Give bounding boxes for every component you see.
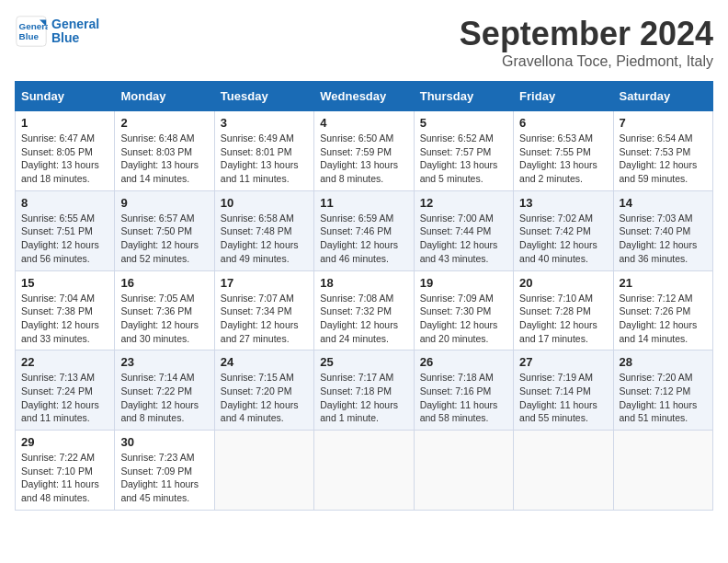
day-number: 12 xyxy=(420,196,507,210)
calendar-day-cell: 22 Sunrise: 7:13 AM Sunset: 7:24 PM Dayl… xyxy=(16,350,115,431)
weekday-header-saturday: Saturday xyxy=(613,82,712,111)
calendar-day-cell: 29 Sunrise: 7:22 AM Sunset: 7:10 PM Dayl… xyxy=(16,431,115,511)
day-info: Sunrise: 7:20 AM Sunset: 7:12 PM Dayligh… xyxy=(620,371,707,425)
day-number: 20 xyxy=(519,276,607,290)
page-header: General Blue General Blue September 2024… xyxy=(15,15,713,70)
day-info: Sunrise: 6:57 AM Sunset: 7:50 PM Dayligh… xyxy=(120,212,208,266)
day-info: Sunrise: 6:54 AM Sunset: 7:53 PM Dayligh… xyxy=(620,132,707,186)
empty-cell xyxy=(613,431,712,511)
title-area: September 2024 Gravellona Toce, Piedmont… xyxy=(460,15,713,70)
calendar-day-cell: 8 Sunrise: 6:55 AM Sunset: 7:51 PM Dayli… xyxy=(16,190,115,270)
weekday-header-sunday: Sunday xyxy=(16,82,115,111)
calendar-day-cell: 27 Sunrise: 7:19 AM Sunset: 7:14 PM Dayl… xyxy=(514,350,613,431)
location-title: Gravellona Toce, Piedmont, Italy xyxy=(460,53,713,70)
day-info: Sunrise: 7:14 AM Sunset: 7:22 PM Dayligh… xyxy=(120,371,208,425)
calendar-day-cell: 17 Sunrise: 7:07 AM Sunset: 7:34 PM Dayl… xyxy=(214,270,313,350)
logo: General Blue General Blue xyxy=(15,15,99,48)
calendar-week-row: 29 Sunrise: 7:22 AM Sunset: 7:10 PM Dayl… xyxy=(16,431,713,511)
day-info: Sunrise: 7:13 AM Sunset: 7:24 PM Dayligh… xyxy=(21,371,108,425)
day-info: Sunrise: 6:47 AM Sunset: 8:05 PM Dayligh… xyxy=(21,132,108,186)
day-info: Sunrise: 7:10 AM Sunset: 7:28 PM Dayligh… xyxy=(519,292,607,346)
day-number: 6 xyxy=(519,116,607,130)
day-number: 14 xyxy=(620,196,707,210)
day-info: Sunrise: 6:49 AM Sunset: 8:01 PM Dayligh… xyxy=(221,132,308,186)
day-number: 1 xyxy=(21,116,108,130)
calendar-day-cell: 15 Sunrise: 7:04 AM Sunset: 7:38 PM Dayl… xyxy=(16,270,115,350)
calendar-day-cell: 24 Sunrise: 7:15 AM Sunset: 7:20 PM Dayl… xyxy=(214,350,313,431)
calendar-day-cell: 5 Sunrise: 6:52 AM Sunset: 7:57 PM Dayli… xyxy=(414,111,513,191)
calendar-day-cell: 25 Sunrise: 7:17 AM Sunset: 7:18 PM Dayl… xyxy=(314,350,414,431)
calendar-day-cell: 23 Sunrise: 7:14 AM Sunset: 7:22 PM Dayl… xyxy=(115,350,214,431)
day-info: Sunrise: 7:07 AM Sunset: 7:34 PM Dayligh… xyxy=(221,292,308,346)
empty-cell xyxy=(414,431,513,511)
weekday-header-wednesday: Wednesday xyxy=(314,82,414,111)
calendar-day-cell: 2 Sunrise: 6:48 AM Sunset: 8:03 PM Dayli… xyxy=(115,111,214,191)
calendar-day-cell: 14 Sunrise: 7:03 AM Sunset: 7:40 PM Dayl… xyxy=(613,190,712,270)
calendar-day-cell: 11 Sunrise: 6:59 AM Sunset: 7:46 PM Dayl… xyxy=(314,190,414,270)
empty-cell xyxy=(514,431,613,511)
day-number: 4 xyxy=(320,116,407,130)
day-number: 16 xyxy=(120,276,208,290)
day-info: Sunrise: 6:53 AM Sunset: 7:55 PM Dayligh… xyxy=(519,132,607,186)
day-info: Sunrise: 6:48 AM Sunset: 8:03 PM Dayligh… xyxy=(120,132,208,186)
empty-cell xyxy=(314,431,414,511)
day-info: Sunrise: 7:05 AM Sunset: 7:36 PM Dayligh… xyxy=(120,292,208,346)
day-number: 15 xyxy=(21,276,108,290)
calendar-week-row: 1 Sunrise: 6:47 AM Sunset: 8:05 PM Dayli… xyxy=(16,111,713,191)
day-number: 19 xyxy=(420,276,507,290)
day-number: 5 xyxy=(420,116,507,130)
weekday-header-tuesday: Tuesday xyxy=(214,82,313,111)
day-info: Sunrise: 7:12 AM Sunset: 7:26 PM Dayligh… xyxy=(620,292,707,346)
calendar-day-cell: 18 Sunrise: 7:08 AM Sunset: 7:32 PM Dayl… xyxy=(314,270,414,350)
calendar-day-cell: 26 Sunrise: 7:18 AM Sunset: 7:16 PM Dayl… xyxy=(414,350,513,431)
day-info: Sunrise: 6:52 AM Sunset: 7:57 PM Dayligh… xyxy=(420,132,507,186)
weekday-header-friday: Friday xyxy=(514,82,613,111)
calendar-day-cell: 7 Sunrise: 6:54 AM Sunset: 7:53 PM Dayli… xyxy=(613,111,712,191)
weekday-header-monday: Monday xyxy=(115,82,214,111)
day-info: Sunrise: 7:18 AM Sunset: 7:16 PM Dayligh… xyxy=(420,371,507,425)
day-info: Sunrise: 7:08 AM Sunset: 7:32 PM Dayligh… xyxy=(320,292,407,346)
day-info: Sunrise: 7:03 AM Sunset: 7:40 PM Dayligh… xyxy=(620,212,707,266)
day-number: 18 xyxy=(320,276,407,290)
calendar-day-cell: 6 Sunrise: 6:53 AM Sunset: 7:55 PM Dayli… xyxy=(514,111,613,191)
day-number: 25 xyxy=(320,355,407,369)
day-info: Sunrise: 7:17 AM Sunset: 7:18 PM Dayligh… xyxy=(320,371,407,425)
day-number: 23 xyxy=(120,355,208,369)
day-number: 7 xyxy=(620,116,707,130)
logo-icon: General Blue xyxy=(15,15,48,48)
logo-text-general: General xyxy=(51,17,99,31)
day-number: 26 xyxy=(420,355,507,369)
day-info: Sunrise: 7:22 AM Sunset: 7:10 PM Dayligh… xyxy=(21,451,108,505)
day-number: 9 xyxy=(120,196,208,210)
day-info: Sunrise: 7:23 AM Sunset: 7:09 PM Dayligh… xyxy=(120,451,208,505)
calendar-week-row: 8 Sunrise: 6:55 AM Sunset: 7:51 PM Dayli… xyxy=(16,190,713,270)
calendar-day-cell: 9 Sunrise: 6:57 AM Sunset: 7:50 PM Dayli… xyxy=(115,190,214,270)
day-number: 29 xyxy=(21,435,108,449)
day-info: Sunrise: 6:58 AM Sunset: 7:48 PM Dayligh… xyxy=(221,212,308,266)
calendar-day-cell: 13 Sunrise: 7:02 AM Sunset: 7:42 PM Dayl… xyxy=(514,190,613,270)
day-number: 24 xyxy=(221,355,308,369)
svg-text:Blue: Blue xyxy=(19,31,40,41)
calendar-day-cell: 21 Sunrise: 7:12 AM Sunset: 7:26 PM Dayl… xyxy=(613,270,712,350)
calendar-day-cell: 3 Sunrise: 6:49 AM Sunset: 8:01 PM Dayli… xyxy=(214,111,313,191)
day-number: 2 xyxy=(120,116,208,130)
day-info: Sunrise: 7:04 AM Sunset: 7:38 PM Dayligh… xyxy=(21,292,108,346)
day-number: 21 xyxy=(620,276,707,290)
calendar-day-cell: 1 Sunrise: 6:47 AM Sunset: 8:05 PM Dayli… xyxy=(16,111,115,191)
calendar-day-cell: 12 Sunrise: 7:00 AM Sunset: 7:44 PM Dayl… xyxy=(414,190,513,270)
weekday-header-row: SundayMondayTuesdayWednesdayThursdayFrid… xyxy=(16,82,713,111)
calendar-week-row: 22 Sunrise: 7:13 AM Sunset: 7:24 PM Dayl… xyxy=(16,350,713,431)
weekday-header-thursday: Thursday xyxy=(414,82,513,111)
day-info: Sunrise: 7:09 AM Sunset: 7:30 PM Dayligh… xyxy=(420,292,507,346)
calendar-day-cell: 10 Sunrise: 6:58 AM Sunset: 7:48 PM Dayl… xyxy=(214,190,313,270)
month-title: September 2024 xyxy=(460,15,713,53)
logo-text-blue: Blue xyxy=(51,31,99,45)
calendar-day-cell: 16 Sunrise: 7:05 AM Sunset: 7:36 PM Dayl… xyxy=(115,270,214,350)
calendar-day-cell: 4 Sunrise: 6:50 AM Sunset: 7:59 PM Dayli… xyxy=(314,111,414,191)
day-info: Sunrise: 6:50 AM Sunset: 7:59 PM Dayligh… xyxy=(320,132,407,186)
day-number: 8 xyxy=(21,196,108,210)
day-info: Sunrise: 7:02 AM Sunset: 7:42 PM Dayligh… xyxy=(519,212,607,266)
calendar-day-cell: 28 Sunrise: 7:20 AM Sunset: 7:12 PM Dayl… xyxy=(613,350,712,431)
day-number: 17 xyxy=(221,276,308,290)
day-number: 28 xyxy=(620,355,707,369)
